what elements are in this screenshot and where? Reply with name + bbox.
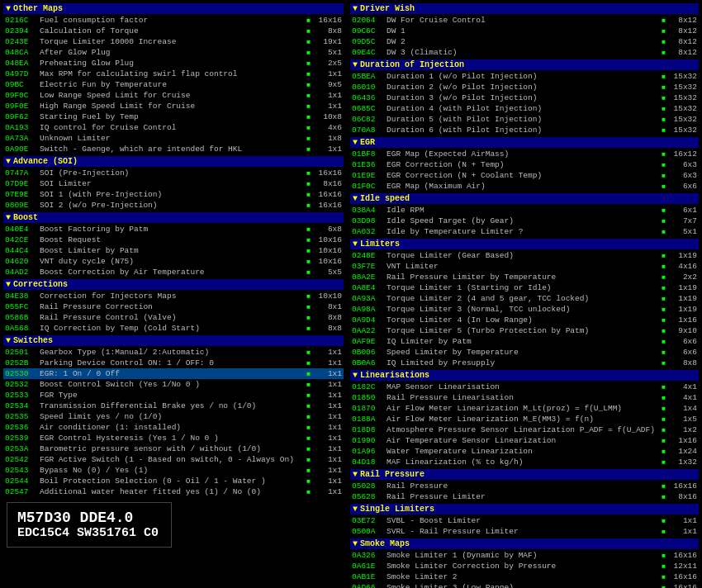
map-row[interactable]: 0AB1ESmoke Limiter 2 ■16x16 bbox=[350, 571, 699, 582]
map-label: VNT duty cycle (N75) bbox=[40, 256, 306, 267]
map-row[interactable]: 01A96Water Temperature Linearization ■1x… bbox=[350, 446, 699, 457]
map-row[interactable]: 0809ESOI 2 (w/o Pre-Injection) ■16x16 bbox=[3, 200, 344, 211]
map-row[interactable]: 01850Rail Pressure Linearisation ■4x1 bbox=[350, 392, 699, 403]
map-row[interactable]: 02535Speed limit yes / no (1/0) ■1x1 bbox=[3, 411, 344, 422]
map-row[interactable]: 0A98ATorque Limiter 3 (Normal, TCC unloc… bbox=[350, 304, 699, 315]
map-row[interactable]: 04E38Correction for Injectors Maps ■10x1… bbox=[3, 291, 344, 301]
map-row[interactable]: 0747ASOI (Pre-Injection) ■16x16 bbox=[3, 168, 344, 178]
section-title: Smoke Maps bbox=[360, 539, 410, 548]
map-size: 1x1 bbox=[311, 358, 342, 368]
map-row[interactable]: 048CAAfter Glow Plug ■5x1 bbox=[3, 47, 344, 58]
map-row[interactable]: 0A93ATorque Limiter 2 (4 and 5 gear, TCC… bbox=[350, 293, 699, 304]
map-row[interactable]: 0243ETorque Limiter 10000 Increase ■19x1 bbox=[3, 36, 344, 47]
map-row[interactable]: 0A032Idle by Temperature Limiter ? ■5x1 bbox=[350, 226, 699, 237]
map-row[interactable]: 0A8E4Torque Limiter 1 (Starting or Idle)… bbox=[350, 282, 699, 293]
map-row[interactable]: 055FCRail Pressure Correction ■8x1 bbox=[3, 301, 344, 312]
map-row[interactable]: 02536Air conditioner (1: installed) ■1x1 bbox=[3, 422, 344, 433]
map-row[interactable]: 0500ASVRL - Rail Pressure Limiter ■1x1 bbox=[350, 526, 699, 537]
map-row[interactable]: 02530EGR: 1 On / 0 Off ■1x1 bbox=[3, 368, 344, 379]
map-row[interactable]: 04AD2Boost Correction by Air Temperature… bbox=[3, 267, 344, 277]
map-row[interactable]: 09F0CLow Range Speed Limit for Cruise ■1… bbox=[3, 90, 344, 101]
map-row[interactable]: 09F0EHigh Range Speed Limit for Cruise ■… bbox=[3, 101, 344, 111]
map-row[interactable]: 0252BParking Device Control ON: 1 / OFF:… bbox=[3, 358, 344, 368]
map-row[interactable]: 02501Gearbox Type (1:Manual/ 2:Automatic… bbox=[3, 347, 344, 358]
map-row[interactable]: 0685CDuration 4 (with Pilot Injection) ■… bbox=[350, 103, 699, 114]
map-address: 0248E bbox=[352, 250, 387, 261]
map-row[interactable]: 0497DMax RPM for calculating swirl flap … bbox=[3, 69, 344, 79]
map-row[interactable]: 048EAPreheating Glow Plug ■2x5 bbox=[3, 58, 344, 69]
map-row[interactable]: 0B006Speed Limiter by Temperature ■6x6 bbox=[350, 347, 699, 358]
map-row[interactable]: 09D5CDW 2 ■8x12 bbox=[350, 36, 699, 47]
map-size: 7x7 bbox=[666, 216, 697, 226]
map-row[interactable]: 0A193IQ control for Cruise Control ■4x6 bbox=[3, 122, 344, 133]
map-row[interactable]: 09F62Starting Fuel by Temp ■10x8 bbox=[3, 111, 344, 122]
map-row[interactable]: 04620VNT duty cycle (N75) ■10x16 bbox=[3, 256, 344, 267]
map-row[interactable]: 04D18MAF Linearization (% to kg/h) ■1x32 bbox=[350, 457, 699, 467]
section-arrow: ▼ bbox=[353, 470, 358, 479]
map-row[interactable]: 02532Boost Control Switch (Yes 1/No 0 ) … bbox=[3, 379, 344, 390]
map-row[interactable]: 0A326Smoke Limiter 1 (Dynamic by MAF) ■1… bbox=[350, 550, 699, 561]
map-row[interactable]: 0248ETorque Limiter (Gear Based) ■1x19 bbox=[350, 250, 699, 261]
map-row[interactable]: 05BEADuration 1 (w/o Pilot Injection) ■1… bbox=[350, 71, 699, 82]
map-row[interactable]: 0253ABarometric pressure sensor with / w… bbox=[3, 443, 344, 454]
map-row[interactable]: 0A73AUnknown Limiter ■1x8 bbox=[3, 133, 344, 144]
map-row[interactable]: 08A2ERail Pressure Limiter by Temperatur… bbox=[350, 272, 699, 282]
map-size: 1x1 bbox=[666, 526, 697, 537]
map-size: 10x16 bbox=[311, 256, 342, 267]
map-row[interactable]: 0216CFuel consumption factor ■16x16 bbox=[3, 15, 344, 26]
map-row[interactable]: 06C82Duration 5 (with Pilot Injection) ■… bbox=[350, 114, 699, 125]
map-size: 6x6 bbox=[666, 181, 697, 192]
map-row[interactable]: 01E36EGR Correction (N + Temp) ■6x3 bbox=[350, 159, 699, 170]
map-row[interactable]: 05628Rail Pressure Limiter ■8x16 bbox=[350, 491, 699, 502]
map-row[interactable]: 038A4Idle RPM ■6x1 bbox=[350, 205, 699, 216]
map-row[interactable]: 044C4Boost Limiter by Patm ■10x16 bbox=[3, 245, 344, 256]
map-row[interactable]: 0A61ESmoke Limiter Correction by Pressur… bbox=[350, 561, 699, 571]
map-row[interactable]: 02534Transmission Differential Brake yes… bbox=[3, 401, 344, 411]
map-row[interactable]: 03F7EVNT Limiter ■4x16 bbox=[350, 261, 699, 272]
map-row[interactable]: 070A8Duration 6 (with Pilot Injection) ■… bbox=[350, 125, 699, 135]
map-row[interactable]: 0AD66Smoke Limiter 3 (Low Range) ■16x16 bbox=[350, 582, 699, 588]
map-row[interactable]: 0AF9EIQ Limiter by Patm ■6x6 bbox=[350, 336, 699, 347]
map-row[interactable]: 05028Rail Pressure ■16x16 bbox=[350, 481, 699, 491]
map-row[interactable]: 0188AAir Flow Meter Linearization M_E(MM… bbox=[350, 414, 699, 424]
map-size: 8x8 bbox=[311, 312, 342, 323]
map-row[interactable]: 09BCElectric Fun by Temperature ■9x5 bbox=[3, 79, 344, 90]
map-row[interactable]: 09E4CDW 3 (Climatic) ■8x12 bbox=[350, 47, 699, 58]
map-row[interactable]: 03E72SVBL - Boost Limiter ■1x1 bbox=[350, 515, 699, 526]
map-row[interactable]: 02539EGR Control Hysteresis (Yes 1 / No … bbox=[3, 433, 344, 443]
map-size: 6x6 bbox=[666, 347, 697, 358]
map-row[interactable]: 042CEBoost Request ■10x16 bbox=[3, 235, 344, 245]
map-row[interactable]: 02543Bypass No (0) / Yes (1) ■1x1 bbox=[3, 465, 344, 476]
map-row[interactable]: 0586BRail Pressure Control (Valve) ■8x8 bbox=[3, 312, 344, 323]
map-row[interactable]: 02542FGR Active Switch (1 - Based on swi… bbox=[3, 454, 344, 465]
map-row[interactable]: 01870Air Flow Meter Linearization M_Lt(p… bbox=[350, 403, 699, 414]
map-row[interactable]: 02394Calculation of Torque ■8x8 bbox=[3, 26, 344, 36]
map-row[interactable]: 01BF8EGR Map (Expected AirMass) ■16x12 bbox=[350, 149, 699, 159]
map-row[interactable]: 0182CMAP Sensor Linearisation ■4x1 bbox=[350, 382, 699, 392]
map-row[interactable]: 040E4Boost Factoring by Patm ■6x8 bbox=[3, 224, 344, 235]
map-row[interactable]: 02533FGR Type ■1x1 bbox=[3, 390, 344, 401]
map-row[interactable]: 018D8Atmosphere Pressure Sensor Lineariz… bbox=[350, 424, 699, 435]
map-row[interactable]: 02544Boil Protection Selection (0 - Oil … bbox=[3, 476, 344, 486]
map-row[interactable]: 0B0A6IQ Limited by Presupply ■8x8 bbox=[350, 358, 699, 368]
map-row[interactable]: 07D9ESOI Limiter ■8x16 bbox=[3, 178, 344, 189]
map-row[interactable]: 0A9D4Torque Limiter 4 (In Low Range) ■1x… bbox=[350, 315, 699, 325]
map-row[interactable]: 02547Additional water heater fitted yes … bbox=[3, 486, 344, 497]
map-address: 0A193 bbox=[5, 122, 40, 133]
map-row[interactable]: 03D98Idle Speed Target (by Gear) ■7x7 bbox=[350, 216, 699, 226]
map-row[interactable]: 0AA22Torque Limiter 5 (Turbo Protection … bbox=[350, 325, 699, 336]
map-row[interactable]: 01990Air Temperature Sensor Linearizatio… bbox=[350, 435, 699, 446]
section-header-single-limiters: ▼Single Limiters bbox=[350, 504, 699, 514]
map-row[interactable]: 01E9EEGR Correction (N + Coolant Temp) ■… bbox=[350, 170, 699, 181]
map-row[interactable]: 0A90ESwitch - Gaenge, which are intended… bbox=[3, 144, 344, 154]
map-row[interactable]: 02064DW For Cruise Control ■8x12 bbox=[350, 15, 699, 26]
map-row[interactable]: 06010Duration 2 (w/o Pilot Injection) ■1… bbox=[350, 82, 699, 92]
map-label: SOI Limiter bbox=[40, 178, 306, 189]
map-label: DW For Cruise Control bbox=[387, 15, 662, 26]
map-address: 0A93A bbox=[352, 293, 387, 304]
map-row[interactable]: 01F0CEGR Map (Maximum Air) ■6x6 bbox=[350, 181, 699, 192]
map-row[interactable]: 09C6CDW 1 ■8x12 bbox=[350, 26, 699, 36]
map-row[interactable]: 07E9ESOI 1 (with Pre-Injection) ■16x16 bbox=[3, 189, 344, 200]
map-row[interactable]: 06436Duration 3 (w/o Pilot Injection) ■1… bbox=[350, 92, 699, 103]
map-row[interactable]: 0A568IQ Correction by Temp (Cold Start) … bbox=[3, 323, 344, 334]
